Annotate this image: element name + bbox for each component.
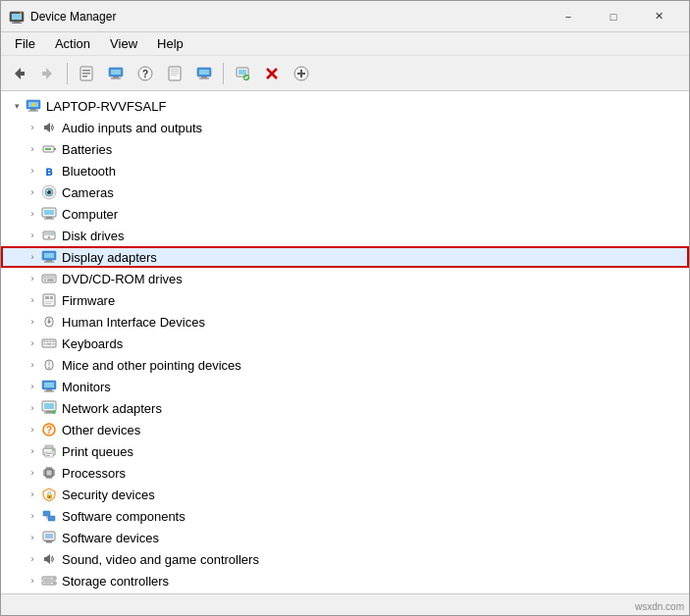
display-expand[interactable]: › [25, 249, 40, 265]
tree-root[interactable]: ▾ LAPTOP-RVVFSALF [1, 95, 689, 117]
software-devices-expand[interactable]: › [25, 530, 40, 545]
tree-item-bluetooth[interactable]: › ʙ Bluetooth [1, 160, 689, 181]
svg-rect-99 [46, 453, 52, 454]
dvd-expand[interactable]: › [25, 271, 40, 286]
svg-rect-23 [171, 75, 177, 76]
software-devices-icon [40, 529, 58, 546]
firmware-expand[interactable]: › [25, 292, 40, 308]
storage-expand[interactable]: › [25, 573, 40, 589]
svg-point-48 [47, 190, 48, 191]
properties-button[interactable] [73, 60, 100, 87]
keyboard-icon [40, 334, 58, 352]
show-hidden-button[interactable] [190, 60, 218, 87]
root-expand[interactable]: ▾ [9, 98, 25, 114]
svg-rect-6 [21, 72, 25, 76]
tree-item-software-devices[interactable]: › Software devices [1, 527, 689, 548]
tree-item-network[interactable]: › Network adapters [1, 397, 689, 419]
network-expand[interactable]: › [25, 400, 40, 416]
menu-action[interactable]: Action [45, 33, 100, 55]
disk-expand[interactable]: › [25, 228, 40, 243]
svg-rect-90 [44, 403, 54, 409]
display-label: Display adapters [62, 250, 157, 265]
keyboard-expand[interactable]: › [25, 335, 40, 351]
menu-file[interactable]: File [5, 33, 45, 55]
minimize-button[interactable]: − [546, 1, 591, 32]
tree-item-firmware[interactable]: › Firmware [1, 289, 689, 311]
firmware-icon [40, 291, 58, 309]
tree-view[interactable]: ▾ LAPTOP-RVVFSALF › [1, 91, 689, 593]
cameras-expand[interactable]: › [25, 184, 40, 200]
sound-expand[interactable]: › [25, 551, 40, 567]
dvd-icon [40, 270, 58, 287]
print-label: Print queues [62, 444, 133, 459]
remove-button[interactable] [258, 60, 286, 87]
monitors-expand[interactable]: › [25, 379, 40, 394]
software-components-expand[interactable]: › [25, 508, 40, 524]
tree-item-audio[interactable]: › Audio inputs and outputs [1, 117, 689, 138]
help-button[interactable]: ? [132, 60, 159, 87]
close-button[interactable]: ✕ [636, 1, 681, 32]
tree-item-storage[interactable]: › Storage controllers [1, 570, 689, 591]
disk-label: Disk drives [62, 229, 125, 243]
add-button[interactable] [288, 60, 315, 87]
svg-rect-51 [46, 217, 52, 219]
title-bar: Device Manager − □ ✕ [1, 1, 689, 32]
tree-item-print[interactable]: › Print queues [1, 440, 689, 462]
hid-expand[interactable]: › [25, 314, 40, 330]
print-icon [40, 442, 58, 460]
toolbar-sep-1 [67, 63, 68, 84]
root-label: LAPTOP-RVVFSALF [46, 99, 166, 114]
tree-item-mice[interactable]: › Mice and other pointing devices [1, 354, 689, 376]
tree-item-sound[interactable]: › Sound, video and game controllers [1, 548, 689, 570]
tree-item-software-components[interactable]: › Software components [1, 505, 689, 527]
tree-item-computer[interactable]: › Computer [1, 203, 689, 225]
svg-rect-12 [82, 76, 87, 77]
tree-item-security[interactable]: › 🔒 Security devices [1, 484, 689, 505]
event-log-button[interactable] [161, 60, 188, 87]
print-expand[interactable]: › [25, 443, 40, 459]
tree-item-processors[interactable]: › Proces [1, 462, 689, 484]
svg-rect-60 [44, 262, 54, 263]
menu-bar: File Action View Help [1, 32, 689, 56]
svg-rect-87 [46, 389, 52, 391]
back-button[interactable] [5, 60, 32, 87]
svg-rect-103 [47, 471, 52, 476]
bluetooth-expand[interactable]: › [25, 163, 40, 179]
tree-item-disk[interactable]: › Disk drives [1, 225, 689, 246]
tree-item-hid[interactable]: › Human Interface Devices [1, 311, 689, 333]
svg-rect-65 [43, 294, 55, 306]
other-label: Other devices [62, 423, 140, 437]
tree-item-other[interactable]: › ? Other devices [1, 419, 689, 440]
computer-expand[interactable]: › [25, 206, 40, 222]
svg-rect-26 [201, 77, 207, 78]
processors-expand[interactable]: › [25, 465, 40, 481]
batteries-expand[interactable]: › [25, 141, 40, 157]
menu-help[interactable]: Help [147, 33, 193, 55]
monitors-icon [40, 378, 58, 395]
tree-item-keyboard[interactable]: › Keyboards [1, 333, 689, 354]
monitors-label: Monitors [62, 380, 111, 394]
network-label: Network adapters [62, 401, 162, 416]
svg-rect-43 [45, 148, 51, 150]
forward-button[interactable] [34, 60, 62, 87]
firmware-label: Firmware [62, 293, 115, 308]
tree-item-monitors[interactable]: › Monitors [1, 376, 689, 397]
menu-view[interactable]: View [100, 33, 147, 55]
svg-rect-21 [171, 71, 179, 72]
tree-item-dvd[interactable]: › DVD/CD-ROM drives [1, 268, 689, 289]
tree-item-cameras[interactable]: › Cameras [1, 181, 689, 203]
tree-item-batteries[interactable]: › Batteries [1, 138, 689, 160]
maximize-button[interactable]: □ [591, 1, 636, 32]
svg-rect-80 [47, 343, 52, 345]
security-expand[interactable]: › [25, 487, 40, 502]
tree-item-display[interactable]: › Display adapters [1, 246, 689, 268]
update-driver-button[interactable] [102, 60, 130, 87]
mice-expand[interactable]: › [25, 357, 40, 373]
svg-rect-1 [12, 14, 22, 20]
scan-button[interactable] [229, 60, 256, 87]
software-devices-label: Software devices [62, 531, 159, 545]
audio-expand[interactable]: › [25, 120, 40, 135]
svg-rect-38 [30, 109, 36, 111]
other-expand[interactable]: › [25, 422, 40, 437]
svg-rect-81 [53, 343, 55, 345]
